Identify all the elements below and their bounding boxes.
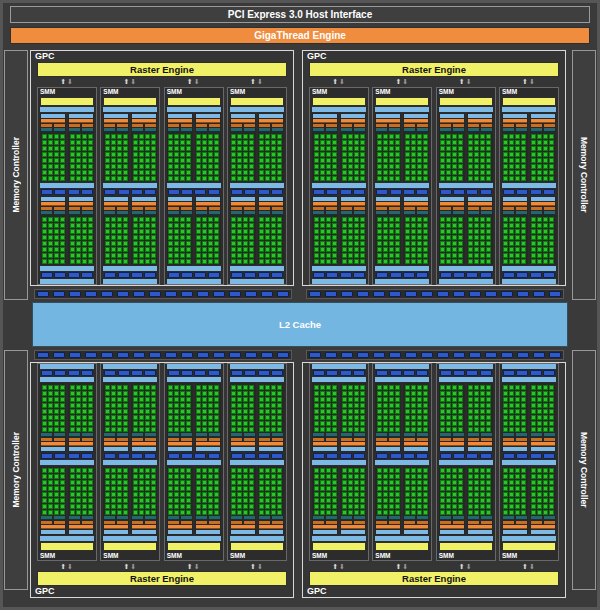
instruction-buffer-bar bbox=[231, 197, 255, 201]
arrow-pair: ⬆⬇ bbox=[372, 77, 432, 86]
core-cell bbox=[486, 134, 491, 139]
core-cell bbox=[326, 229, 331, 234]
cache-bar bbox=[40, 460, 94, 465]
register-file-bar bbox=[231, 211, 255, 215]
core-cell bbox=[320, 247, 325, 252]
core-cell bbox=[354, 492, 359, 497]
core-cell bbox=[186, 152, 191, 157]
core-cell bbox=[326, 241, 331, 246]
core-cell bbox=[360, 397, 365, 402]
core-cell bbox=[139, 474, 144, 479]
dispatch-units-row bbox=[132, 438, 156, 441]
core-cell bbox=[60, 170, 65, 175]
core-cell bbox=[259, 415, 264, 420]
core-cell bbox=[196, 486, 201, 491]
core-cell bbox=[249, 480, 254, 485]
core-cell bbox=[249, 146, 254, 151]
texture-units-row bbox=[40, 189, 94, 195]
core-cell bbox=[348, 235, 353, 240]
core-cell bbox=[458, 474, 463, 479]
cache-bar bbox=[375, 364, 429, 369]
core-cell bbox=[452, 397, 457, 402]
texture-units-row bbox=[103, 189, 157, 195]
warp-scheduler-bar bbox=[196, 442, 220, 446]
warp-scheduler-bar bbox=[259, 525, 283, 529]
core-cell bbox=[111, 504, 116, 509]
core-cell bbox=[360, 158, 365, 163]
core-cell bbox=[243, 146, 248, 151]
smm-block: SMM bbox=[100, 363, 160, 561]
dispatch-units-row bbox=[41, 207, 65, 210]
core-cell bbox=[360, 253, 365, 258]
core-cell bbox=[486, 235, 491, 240]
down-arrow-icon: ⬇ bbox=[339, 563, 346, 570]
core-cell bbox=[243, 492, 248, 497]
core-cell bbox=[249, 164, 254, 169]
core-cell bbox=[468, 164, 473, 169]
core-cell bbox=[354, 170, 359, 175]
core-cell bbox=[214, 427, 219, 432]
core-grid bbox=[503, 217, 527, 264]
smm-partition bbox=[40, 466, 66, 535]
core-cell bbox=[42, 229, 47, 234]
core-cell bbox=[342, 229, 347, 234]
smm-label: SMM bbox=[312, 552, 366, 560]
core-cell bbox=[326, 421, 331, 426]
core-cell bbox=[417, 158, 422, 163]
core-cell bbox=[354, 486, 359, 491]
core-cell bbox=[82, 468, 87, 473]
dispatch-unit-cell bbox=[69, 124, 80, 127]
register-file-cell bbox=[272, 516, 283, 520]
register-file-cell bbox=[440, 516, 451, 520]
core-cell bbox=[237, 140, 242, 145]
core-cell bbox=[423, 247, 428, 252]
core-cell bbox=[354, 217, 359, 222]
cache-bar bbox=[312, 460, 366, 465]
core-cell bbox=[348, 229, 353, 234]
dispatch-units-row bbox=[503, 521, 527, 524]
core-cell bbox=[468, 415, 473, 420]
core-cell bbox=[76, 140, 81, 145]
core-cell bbox=[320, 235, 325, 240]
core-cell bbox=[133, 486, 138, 491]
core-cell bbox=[314, 253, 319, 258]
texture-unit-cell bbox=[530, 272, 542, 278]
dispatch-unit-cell bbox=[544, 207, 555, 210]
core-cell bbox=[423, 134, 428, 139]
core-cell bbox=[446, 486, 451, 491]
texture-unit-cell bbox=[503, 272, 515, 278]
core-cell bbox=[231, 421, 236, 426]
arrow-pair: ⬆⬇ bbox=[499, 77, 559, 86]
core-cell bbox=[42, 421, 47, 426]
texture-unit-cell bbox=[390, 189, 402, 195]
rop-cell bbox=[437, 291, 449, 297]
core-cell bbox=[423, 140, 428, 145]
core-cell bbox=[277, 427, 282, 432]
core-cell bbox=[76, 259, 81, 264]
core-cell bbox=[151, 164, 156, 169]
core-cell bbox=[123, 176, 128, 181]
core-cell bbox=[277, 241, 282, 246]
core-cell bbox=[360, 498, 365, 503]
core-cell bbox=[174, 421, 179, 426]
core-cell bbox=[458, 217, 463, 222]
core-cell bbox=[411, 415, 416, 420]
core-cell bbox=[486, 241, 491, 246]
core-cell bbox=[271, 421, 276, 426]
core-grid bbox=[41, 385, 65, 432]
core-cell bbox=[515, 146, 520, 151]
core-cell bbox=[537, 498, 542, 503]
core-cell bbox=[48, 229, 53, 234]
core-cell bbox=[243, 158, 248, 163]
core-cell bbox=[231, 140, 236, 145]
core-cell bbox=[70, 241, 75, 246]
smm-partition bbox=[230, 466, 256, 535]
register-file-cell bbox=[544, 516, 555, 520]
dispatch-unit-cell bbox=[259, 207, 270, 210]
core-cell bbox=[377, 253, 382, 258]
cache-bar bbox=[439, 266, 493, 271]
texture-unit-cell bbox=[503, 370, 515, 376]
core-cell bbox=[151, 492, 156, 497]
core-cell bbox=[277, 223, 282, 228]
core-cell bbox=[360, 235, 365, 240]
